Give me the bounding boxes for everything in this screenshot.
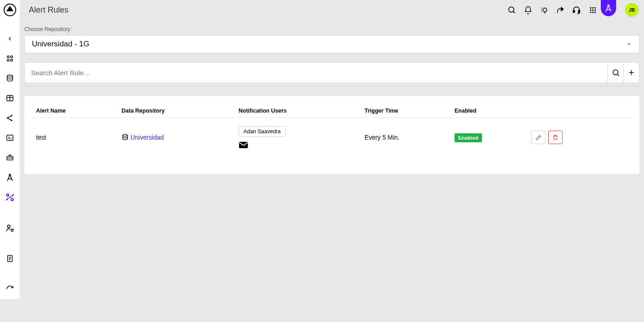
top-export[interactable] [552,2,568,18]
nav-refresh[interactable] [0,279,20,299]
delete-button[interactable] [548,131,563,144]
nav-database[interactable] [0,68,20,88]
trash-icon [552,134,558,141]
repo-link[interactable]: Universidad [131,134,164,141]
svg-rect-26 [594,9,596,11]
compass-white-icon [604,4,613,13]
compass-icon [5,173,14,182]
page-title: Alert Rules [29,5,68,15]
svg-point-17 [509,7,514,12]
search-button[interactable] [608,62,624,83]
svg-point-18 [543,8,547,12]
content-area: Choose Repository: Universidad - 1G [20,20,644,178]
enabled-badge: Enabled [455,133,482,142]
top-search[interactable] [504,2,520,18]
top-bar: Alert Rules JB [20,0,644,20]
nav-design[interactable] [0,168,20,187]
edit-icon [535,134,542,141]
col-enabled: Enabled [450,104,527,118]
toolbox-icon [6,154,14,162]
svg-rect-24 [590,9,591,11]
avatar[interactable]: JB [625,3,639,17]
side-nav [0,0,20,299]
svg-point-32 [123,134,128,136]
edit-button[interactable] [531,131,545,144]
database-icon [122,134,129,141]
top-notifications[interactable] [520,2,536,18]
search-input[interactable] [24,62,608,83]
svg-rect-22 [592,7,594,9]
top-accent-action[interactable] [601,0,616,16]
search-icon [612,68,620,77]
cell-enabled: Enabled [450,118,527,158]
svg-point-4 [7,75,13,77]
rules-table: Alert Name Data Repository Notification … [32,104,632,158]
bulb-icon [540,5,549,14]
add-button[interactable] [623,62,639,83]
top-tips[interactable] [536,2,552,18]
svg-rect-25 [592,9,594,11]
col-users: Notification Users [234,104,360,118]
user-gear-icon [5,223,14,232]
col-trigger: Trigger Time [360,104,450,118]
nav-terminal[interactable] [0,128,20,148]
nav-users[interactable] [0,218,20,238]
svg-point-3 [11,59,13,62]
repo-label: Choose Repository: [24,26,639,32]
share-nodes-icon [6,114,14,122]
svg-point-12 [7,194,9,196]
repo-selected: Universidad - 1G [32,40,90,49]
svg-rect-27 [590,12,591,13]
headset-icon [572,5,581,14]
divider [24,86,639,86]
database-icon [6,74,14,82]
table-row: test Universidad Adan Saavedra Every 5 M… [32,118,632,158]
top-apps[interactable] [585,2,601,18]
plus-icon [628,69,635,76]
rules-card: Alert Name Data Repository Notification … [24,96,639,174]
cell-alert-name: test [32,118,117,158]
svg-rect-21 [590,7,591,9]
svg-point-1 [11,56,13,58]
avatar-initials: JB [629,7,635,13]
col-data-repo: Data Repository [117,104,234,118]
bell-icon [524,6,532,14]
terminal-icon [6,134,14,142]
svg-point-0 [7,56,9,58]
svg-point-31 [613,70,618,75]
nav-tools[interactable] [0,187,20,207]
tools-icon [5,193,14,202]
col-alert-name: Alert Name [32,104,117,118]
svg-point-2 [7,59,9,62]
chevron-left-icon [7,36,13,42]
nav-toolbox[interactable] [0,148,20,168]
table-icon [6,94,14,102]
refresh-icon [6,285,14,293]
cell-repo: Universidad [117,118,234,158]
svg-rect-23 [594,7,596,9]
caret-down-icon [626,41,632,47]
share-icon [556,6,565,14]
nav-share[interactable] [0,108,20,128]
svg-point-14 [8,225,10,228]
nav-docs[interactable] [0,249,20,268]
user-chip: Adan Saavedra [239,126,286,137]
nav-table[interactable] [0,88,20,108]
svg-point-13 [11,199,14,201]
top-support[interactable] [568,2,585,18]
svg-rect-19 [573,10,575,13]
search-icon [507,5,516,14]
nav-dashboard[interactable] [0,49,20,68]
svg-rect-20 [578,10,580,13]
cell-actions [527,118,632,158]
svg-rect-28 [592,12,594,13]
brand-logo[interactable] [4,4,16,16]
svg-point-11 [9,174,10,176]
cell-users: Adan Saavedra [234,118,360,158]
svg-point-30 [608,5,609,6]
apps-icon [589,6,597,14]
book-icon [6,254,14,263]
dots-icon [6,54,14,63]
nav-collapse[interactable] [0,29,20,49]
repo-select[interactable]: Universidad - 1G [24,35,639,53]
